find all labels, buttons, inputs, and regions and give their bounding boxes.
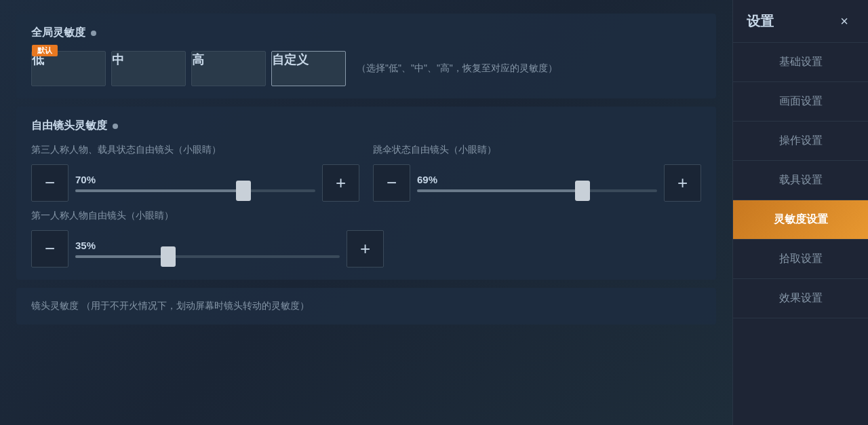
sensitivity-button-group: 默认 低 中 高 自定义 （选择"低"、"中"、"高"，恢复至对应的灵敏度） [31, 51, 701, 86]
first-person-track[interactable] [75, 255, 340, 258]
parachute-minus-button[interactable]: − [373, 164, 410, 202]
sidebar: 设置 × 基础设置 画面设置 操作设置 载具设置 灵敏度设置 拾取设置 效果设置 [732, 0, 868, 425]
parachute-slider-container: − 69% + [373, 164, 701, 202]
global-sensitivity-section: 全局灵敏度 默认 低 中 高 自定义 （选择"低"、"中"、"高"，恢复至对应的… [16, 14, 716, 98]
third-person-minus-button[interactable]: − [31, 164, 68, 202]
first-person-label: 第一人称人物自由镜头（小眼睛） [31, 210, 701, 222]
free-camera-title: 自由镜头灵敏度 [31, 119, 701, 133]
main-content: 全局灵敏度 默认 低 中 高 自定义 （选择"低"、"中"、"高"，恢复至对应的… [0, 0, 732, 425]
title-dot-2 [113, 124, 118, 129]
sidebar-item-basic[interactable]: 基础设置 [733, 43, 868, 82]
sidebar-header: 设置 × [733, 0, 868, 43]
sensitivity-high-button[interactable]: 高 [191, 51, 266, 86]
sidebar-title: 设置 [747, 12, 774, 31]
sensitivity-custom-button[interactable]: 自定义 [271, 51, 346, 86]
third-person-thumb[interactable] [236, 181, 251, 201]
third-person-slider-container: − 70% + [31, 164, 359, 202]
third-person-track[interactable] [75, 189, 315, 192]
sidebar-item-pickup[interactable]: 拾取设置 [733, 240, 868, 279]
title-dot [91, 31, 96, 36]
sensitivity-hint: （选择"低"、"中"、"高"，恢复至对应的灵敏度） [357, 62, 557, 75]
parachute-plus-button[interactable]: + [664, 164, 701, 202]
first-person-minus-button[interactable]: − [31, 230, 68, 267]
sidebar-item-vehicle[interactable]: 载具设置 [733, 161, 868, 200]
close-button[interactable]: × [834, 11, 854, 31]
first-person-slider-wrapper: 35% [75, 240, 340, 258]
parachute-value: 69% [417, 174, 657, 185]
third-person-slider-group: 第三人称人物、载具状态自由镜头（小眼睛） − 70% + [31, 144, 359, 202]
first-person-fill [75, 255, 168, 258]
sensitivity-low-button[interactable]: 默认 低 [31, 51, 106, 86]
parachute-track[interactable] [417, 189, 657, 192]
sidebar-item-sensitivity[interactable]: 灵敏度设置 [733, 200, 868, 240]
parachute-thumb[interactable] [575, 181, 590, 201]
third-person-plus-button[interactable]: + [322, 164, 359, 202]
default-badge: 默认 [32, 45, 58, 56]
third-person-slider-wrapper: 70% [75, 174, 315, 192]
free-camera-section: 自由镜头灵敏度 第三人称人物、载具状态自由镜头（小眼睛） − 70% + [16, 107, 716, 280]
lens-sensitivity-section: 镜头灵敏度 （用于不开火情况下，划动屏幕时镜头转动的灵敏度） [16, 288, 716, 325]
first-person-slider-group: 第一人称人物自由镜头（小眼睛） − 35% + [31, 210, 701, 267]
third-person-label: 第三人称人物、载具状态自由镜头（小眼睛） [31, 144, 359, 156]
sidebar-item-display[interactable]: 画面设置 [733, 82, 868, 122]
first-person-slider-container: − 35% + [31, 230, 384, 267]
two-col-sliders: 第三人称人物、载具状态自由镜头（小眼睛） − 70% + 跳伞状态自由镜头（小眼… [31, 144, 701, 202]
third-person-value: 70% [75, 174, 315, 185]
parachute-slider-group: 跳伞状态自由镜头（小眼睛） − 69% + [373, 144, 701, 202]
first-person-value: 35% [75, 240, 340, 251]
sidebar-item-effects[interactable]: 效果设置 [733, 279, 868, 318]
sidebar-item-control[interactable]: 操作设置 [733, 122, 868, 161]
third-person-fill [75, 189, 243, 192]
lens-title: 镜头灵敏度 （用于不开火情况下，划动屏幕时镜头转动的灵敏度） [31, 300, 701, 312]
first-person-thumb[interactable] [161, 246, 176, 267]
first-person-plus-button[interactable]: + [347, 230, 384, 267]
parachute-label: 跳伞状态自由镜头（小眼睛） [373, 144, 701, 156]
sensitivity-mid-button[interactable]: 中 [111, 51, 186, 86]
parachute-slider-wrapper: 69% [417, 174, 657, 192]
global-sensitivity-title: 全局灵敏度 [31, 26, 701, 40]
parachute-fill [417, 189, 583, 192]
